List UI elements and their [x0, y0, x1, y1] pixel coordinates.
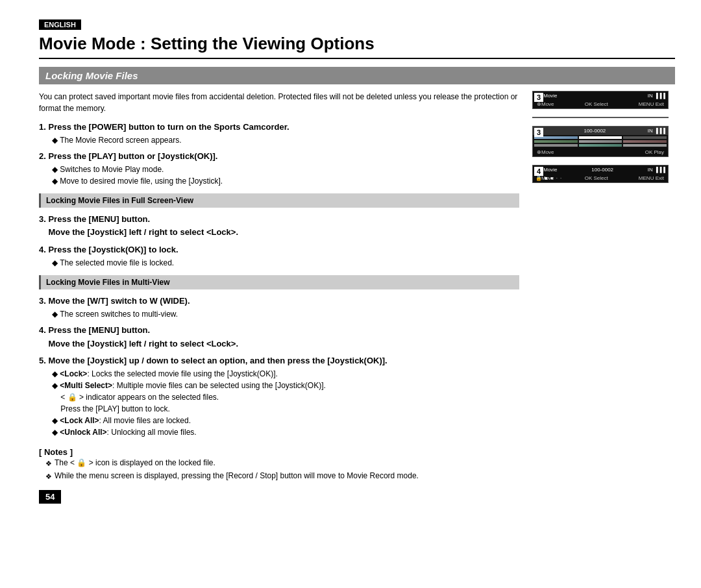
step-1-bullet-1: The Movie Record screen appears.	[52, 134, 519, 146]
screen4-tb-1: 🔒	[535, 175, 542, 181]
grid-cell-5	[579, 140, 622, 143]
screen-number-4: 4	[534, 167, 543, 176]
screen4-tb-2: ■	[545, 175, 548, 181]
screen3-footer-move: ⊕Move	[537, 149, 554, 155]
step-3a-text: 3. Press the [MENU] button. Move the [Jo…	[39, 214, 238, 238]
screen4-tb-5: ·	[560, 175, 561, 181]
screen4-footer-exit: MENU Exit	[639, 175, 664, 181]
notes-section: [ Notes ] The < 🔒 > icon is displayed on…	[39, 447, 519, 482]
step-4a-text: 4. Press the [Joystick(OK)] to lock.	[39, 245, 178, 254]
page-title: Movie Mode : Setting the Viewing Options	[39, 34, 675, 59]
screen4-status: 🎥 Movie 100-0002 IN ▐▐▐	[533, 165, 668, 174]
screen1-status: 🎥 Movie IN ▐▐▐	[533, 92, 668, 100]
sidebar-area: 3 🎥 Movie IN ▐▐▐ 🔒 Lock Lock ⊕Move OK	[532, 91, 675, 504]
step-4a-bullet-1: The selected movie file is locked.	[52, 257, 519, 269]
page-number: 54	[39, 490, 61, 504]
step-3b: 3. Move the [W/T] switch to W (WIDE). Th…	[39, 295, 519, 320]
step-5b-text: 5. Move the [Joystick] up / down to sele…	[39, 356, 387, 365]
screen4-footer-select: OK Select	[585, 175, 608, 181]
camera-screen-1: 3 🎥 Movie IN ▐▐▐ 🔒 Lock Lock ⊕Move OK	[532, 91, 669, 109]
grid-cell-2	[579, 136, 622, 139]
note-2: While the menu screen is displayed, pres…	[45, 470, 519, 483]
step-2-bullet-2: Move to desired movie file, using the [J…	[52, 175, 519, 187]
grid-cell-8	[579, 144, 622, 147]
content-area: You can protect saved important movie fi…	[39, 91, 519, 504]
step-5b-bullet-4: <Unlock All>: Unlocking all movie files.	[52, 426, 519, 438]
step-4b: 4. Press the [MENU] button. Move the [Jo…	[39, 324, 519, 351]
screen2-info-bar: 🎥 ■ 0:00:00/0:0... IN ▐▐▐ 🔒	[533, 117, 668, 118]
subsection2-header: Locking Movie Files in Multi-View	[39, 275, 519, 289]
step-2-bullet-1: Switches to Movie Play mode.	[52, 164, 519, 175]
section-header: Locking Movie Files	[39, 67, 675, 84]
camera-screen-4: 4 🎥 Movie 100-0002 IN ▐▐▐ 🔒 ■ ● · ·	[532, 165, 669, 183]
step-4b-text: 4. Press the [MENU] button. Move the [Jo…	[39, 325, 238, 349]
screen4-toolbar: 🔒 ■ ● · ·	[535, 175, 561, 181]
step-3a: 3. Press the [MENU] button. Move the [Jo…	[39, 213, 519, 240]
step-5b: 5. Move the [Joystick] up / down to sele…	[39, 354, 519, 438]
screen4-file: 100-0002	[591, 167, 613, 173]
step-3b-text: 3. Move the [W/T] switch to W (WIDE).	[39, 296, 190, 306]
grid-cell-3	[623, 136, 667, 139]
screen1-footer-move: ⊕Move	[537, 101, 554, 107]
screen-number-3: 3	[534, 128, 543, 137]
notes-title: [ Notes ]	[39, 447, 519, 457]
step-1-text: Press the [POWER] button to turn on the …	[48, 122, 289, 132]
screen1-footer-exit: MENU Exit	[639, 101, 664, 107]
screen3-footer: ⊕Move OK Play	[533, 148, 668, 156]
note-1: The < 🔒 > icon is displayed on the locke…	[45, 457, 519, 470]
step-5b-bullet-1: <Lock>: Locks the selected movie file us…	[52, 368, 519, 380]
step-4a: 4. Press the [Joystick(OK)] to lock. The…	[39, 243, 519, 269]
intro-text: You can protect saved important movie fi…	[39, 91, 519, 114]
step-5b-bullet-2: <Multi Select>: Multiple movie files can…	[52, 380, 519, 415]
page-container: ENGLISH Movie Mode : Setting the Viewing…	[39, 19, 675, 504]
grid-cell-9	[623, 144, 667, 147]
screen1-footer-select: OK Select	[585, 101, 608, 107]
screen4-tb-3: ●	[550, 175, 554, 181]
screen4-tb-4: ·	[556, 175, 558, 181]
camera-screen-3: 3 👤 100-0002 IN ▐▐▐	[532, 126, 669, 157]
step-1-label: 1.	[39, 122, 48, 132]
grid-cell-4	[534, 140, 578, 143]
subsection1-header: Locking Movie Files in Full Screen-View	[39, 193, 519, 208]
grid-cell-6	[623, 140, 667, 143]
step-2: 2. Press the [PLAY] button or [Joystick(…	[39, 150, 519, 187]
screen3-storage: IN ▐▐▐	[648, 128, 665, 134]
step-2-text: 2. Press the [PLAY] button or [Joystick(…	[39, 151, 217, 161]
screen4-storage: IN ▐▐▐	[648, 167, 665, 173]
screen2-bottom: 100-0001	[533, 117, 668, 117]
screen1-battery: IN ▐▐▐	[648, 93, 665, 99]
step-3b-bullet-1: The screen switches to multi-view.	[52, 308, 519, 320]
english-badge: ENGLISH	[39, 19, 81, 30]
main-layout: You can protect saved important movie fi…	[39, 91, 675, 504]
screen3-header: 👤 100-0002 IN ▐▐▐	[533, 127, 668, 135]
screen3-grid	[533, 135, 668, 148]
step-1: 1. Press the [POWER] button to turn on t…	[39, 121, 519, 146]
grid-cell-7	[534, 144, 578, 147]
screen1-footer: ⊕Move OK Select MENU Exit	[533, 100, 668, 108]
screen-number-1: 3	[534, 93, 543, 102]
step-5b-bullet-3: <Lock All>: All movie files are locked.	[52, 415, 519, 426]
camera-screen-2: 4 🎥 ■ 0:00:00/0:0... IN ▐▐▐ 🔒 720X480 10…	[532, 117, 669, 118]
screen3-footer-play: OK Play	[645, 149, 664, 155]
screen3-file: 100-0002	[584, 128, 606, 134]
